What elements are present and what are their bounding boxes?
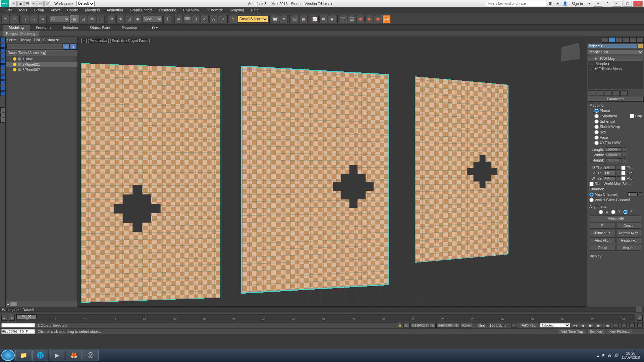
modifier-list[interactable]: Modifier List	[588, 50, 643, 54]
start-button[interactable]	[1, 350, 15, 361]
fp-button[interactable]: FP	[383, 15, 391, 23]
select-button[interactable]: ▦	[70, 15, 78, 23]
config-sets[interactable]	[620, 90, 628, 96]
unique[interactable]	[604, 90, 611, 96]
menu-group[interactable]: Group	[31, 7, 48, 13]
menu-modifiers[interactable]: Modifiers	[82, 7, 103, 13]
align-button[interactable]: ≣	[280, 15, 288, 23]
lb-2[interactable]	[0, 43, 5, 48]
chevron-icon[interactable]: ▾	[586, 1, 592, 6]
radio-x[interactable]	[599, 210, 603, 214]
play-end[interactable]: ⏭	[605, 323, 610, 328]
pivot-button[interactable]: ⊹	[163, 15, 171, 23]
radio-planar[interactable]	[594, 109, 599, 113]
params-header[interactable]: Parameters	[588, 97, 644, 102]
freeze-icon[interactable]	[18, 63, 21, 66]
center-button[interactable]: Center	[616, 223, 642, 229]
tab-display[interactable]	[630, 37, 637, 43]
outliner-item-2plane001[interactable]: 2Plane001	[6, 62, 77, 67]
play-start[interactable]: ⏮	[573, 323, 578, 328]
lb-g2[interactable]	[0, 113, 5, 117]
maxscript-input[interactable]	[1, 323, 35, 327]
lb-g1[interactable]	[0, 107, 5, 112]
ribbon-populate[interactable]: Populate	[116, 25, 143, 31]
reset-button[interactable]: Reset	[590, 245, 615, 251]
vtile-spin[interactable]	[617, 171, 620, 175]
bulb-icon[interactable]	[13, 63, 16, 66]
bulb-icon[interactable]	[13, 68, 16, 71]
radio-vcol[interactable]	[589, 198, 594, 202]
layer-button[interactable]: ▤	[291, 15, 299, 23]
tab-utilities[interactable]	[637, 37, 644, 43]
ribbon-objectpaint[interactable]: Object Paint	[84, 25, 116, 31]
vflip[interactable]	[621, 171, 626, 175]
edit-selset-button[interactable]: ✎	[229, 15, 237, 23]
pin-stack[interactable]	[588, 90, 595, 96]
link-icon[interactable]: 🔗	[44, 1, 50, 6]
coord-y[interactable]: -91017,55	[436, 323, 453, 328]
ribbon-expand[interactable]: ◐ ▾	[146, 25, 164, 31]
menu-views[interactable]: Views	[47, 7, 64, 13]
color-swatch[interactable]	[638, 44, 643, 48]
system-clock[interactable]: 20:2612/09/2018	[622, 351, 640, 359]
length-spin[interactable]	[623, 147, 626, 152]
undo-icon[interactable]: ↶	[31, 1, 37, 6]
freeze-icon[interactable]	[18, 68, 21, 71]
outliner-header[interactable]: Name (Sorted Ascending)	[6, 50, 77, 56]
object-name-input[interactable]	[588, 44, 637, 48]
render-iter-button[interactable]: 🫖	[374, 15, 382, 23]
render-frame-button[interactable]: 🖼	[348, 15, 356, 23]
menu-rendering[interactable]: Rendering	[156, 7, 180, 13]
outliner-item-1base[interactable]: 1Base	[6, 56, 77, 62]
radio-z[interactable]	[623, 210, 628, 214]
select-name-button[interactable]: ▤	[79, 15, 87, 23]
acquire-button[interactable]: Acquire	[616, 245, 642, 251]
taskbar-firefox[interactable]: 🦊	[66, 350, 82, 361]
outliner-item-3plane002[interactable]: 3Plane002	[6, 67, 77, 72]
wtile-spin[interactable]	[617, 176, 620, 180]
width-spin[interactable]	[623, 153, 626, 157]
place-button[interactable]: ◉	[134, 15, 142, 23]
tab-create[interactable]	[602, 37, 608, 43]
exchange-icon[interactable]: ⊞	[547, 1, 553, 6]
menu-customize[interactable]: Customize	[202, 7, 226, 13]
menu-scripting[interactable]: Scripting	[226, 7, 248, 13]
autokey-button[interactable]: Auto Key	[520, 323, 537, 327]
spinner-snap-button[interactable]: ⊞	[218, 15, 226, 23]
stack-editmesh[interactable]: ◈Editable Mesh	[588, 66, 643, 71]
view-cube[interactable]	[561, 43, 580, 62]
outliner-search[interactable]	[6, 44, 62, 49]
height-input[interactable]	[605, 158, 622, 162]
link-button[interactable]: ⫘	[21, 15, 29, 23]
lb-1[interactable]	[0, 38, 5, 42]
bind-button[interactable]: ≋	[39, 15, 47, 23]
material-button[interactable]: ◉	[328, 15, 336, 23]
outliner-scroll[interactable]: ◂	[6, 301, 77, 307]
tab-modify[interactable]	[609, 37, 615, 43]
help-icon[interactable]: ?	[604, 1, 610, 6]
outliner-customize[interactable]: Customize	[43, 38, 59, 42]
ts-prev[interactable]: ≡	[1, 315, 7, 321]
tab-motion[interactable]	[623, 37, 630, 43]
tray-flag-icon[interactable]: ⚑	[602, 353, 605, 358]
coord-z[interactable]: 0,0cm	[461, 323, 472, 328]
rect-select-button[interactable]: ▭	[88, 15, 96, 23]
lb-g3[interactable]	[0, 118, 5, 123]
schematic-button[interactable]: ⊞	[319, 15, 327, 23]
play-next[interactable]: ▶	[597, 323, 602, 328]
outliner-edit[interactable]: Edit	[34, 38, 40, 42]
taskbar-chrome[interactable]: 🌐	[32, 350, 48, 361]
outliner-close[interactable]: ✕	[63, 44, 69, 50]
render-button[interactable]: 🫖	[357, 15, 365, 23]
viewport-label[interactable]: [ + ] [ Perspective ] [ Realistic + Edge…	[80, 39, 151, 43]
lb-3[interactable]	[0, 48, 5, 53]
render-prod-button[interactable]: 🫖	[365, 15, 373, 23]
chk-cap[interactable]	[630, 114, 634, 118]
redo-icon[interactable]: ↷	[38, 1, 44, 6]
wtile-input[interactable]	[604, 176, 616, 180]
radio-face[interactable]	[594, 135, 599, 140]
menu-civilview[interactable]: Civil View	[180, 7, 202, 13]
minimize-button[interactable]: −	[612, 1, 621, 7]
lb-9[interactable]	[0, 80, 5, 85]
tray-up-icon[interactable]: ▴	[597, 353, 599, 358]
